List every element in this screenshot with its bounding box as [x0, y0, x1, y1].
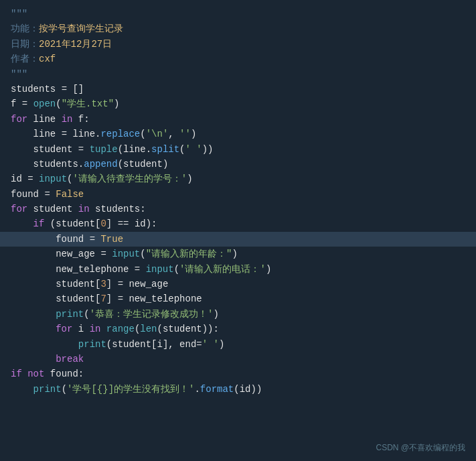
- code-text: ): [146, 216, 151, 231]
- code-line-19: student[3] = new_age: [11, 277, 465, 291]
- code-text: input: [112, 247, 140, 261]
- code-text: line: [11, 127, 62, 141]
- code-text: found: [11, 187, 44, 202]
- code-text: =: [135, 262, 146, 277]
- code-text: =: [118, 291, 129, 306]
- code-text: in: [90, 322, 106, 336]
- code-text: "学生.txt": [62, 96, 114, 111]
- code-editor: """ 功能：按学号查询学生记录 日期：2021年12月27日 作者：cxf "…: [0, 0, 476, 461]
- code-text: line: [33, 112, 62, 127]
- code-line-13: found = False: [11, 187, 465, 202]
- code-text: [11, 352, 56, 367]
- code-text: =: [118, 277, 129, 291]
- code-line-3: 日期：2021年12月27日: [11, 37, 465, 52]
- code-text: ,: [168, 127, 179, 141]
- code-text: :: [84, 112, 89, 127]
- code-text: '学号[{}]的学生没有找到！': [67, 382, 194, 397]
- code-text: 3: [100, 277, 106, 291]
- code-text: '\n': [146, 127, 169, 141]
- code-line-6: students = []: [11, 82, 465, 96]
- code-text: ]: [106, 291, 118, 306]
- code-line-4: 作者：cxf: [11, 52, 465, 66]
- code-text: for: [56, 322, 78, 336]
- code-text: =: [62, 82, 73, 96]
- code-line-2: 功能：按学号查询学生记录: [11, 21, 465, 36]
- code-text: (: [140, 247, 145, 261]
- code-text: (: [174, 262, 179, 277]
- code-text: print: [33, 382, 62, 397]
- code-text: tuple: [90, 142, 118, 157]
- code-text: 日期：: [11, 37, 39, 52]
- code-text: student: [11, 277, 95, 291]
- code-text: students: [11, 82, 62, 96]
- code-text: line: [123, 142, 146, 157]
- code-text: print: [78, 337, 106, 352]
- code-text: []: [72, 82, 84, 96]
- code-text: i: [157, 337, 162, 352]
- code-line-18: new_telephone = input('请输入新的电话：'): [11, 262, 465, 277]
- code-text: [: [95, 277, 100, 291]
- code-text: ]: [163, 337, 168, 352]
- code-text: ' ': [202, 337, 219, 352]
- code-text: [: [95, 291, 100, 306]
- code-text: cxf: [39, 52, 56, 66]
- code-text: "请输入新的年龄：": [146, 247, 232, 261]
- code-text: [11, 216, 33, 231]
- code-text: =: [100, 247, 112, 261]
- code-line-22: for i in range(len(student)):: [11, 322, 465, 336]
- code-text: )): [251, 382, 262, 397]
- code-text: id: [240, 382, 251, 397]
- code-text: :: [78, 367, 84, 381]
- code-text: split: [151, 142, 179, 157]
- code-text: new_age: [129, 277, 168, 291]
- code-text: ==: [118, 216, 135, 231]
- code-text: =: [196, 337, 202, 352]
- code-text: .: [146, 142, 151, 157]
- code-text: f: [11, 96, 22, 111]
- code-text: format: [200, 382, 234, 397]
- code-text: .: [95, 127, 100, 141]
- code-text: for: [11, 202, 33, 216]
- code-text: ' ': [185, 142, 202, 157]
- code-text: if: [11, 367, 27, 381]
- code-text: (: [234, 382, 239, 397]
- code-text: """: [11, 7, 27, 21]
- code-text: ): [232, 247, 237, 261]
- code-text: .: [194, 382, 200, 397]
- code-text: 7: [100, 291, 106, 306]
- code-text: id: [135, 216, 146, 231]
- code-text: [11, 382, 33, 397]
- code-text: if: [33, 216, 50, 231]
- code-line-26: print('学号[{}]的学生没有找到！'.format(id)): [11, 382, 465, 397]
- code-text: print: [56, 307, 84, 322]
- code-text: True: [100, 232, 123, 247]
- code-text: student: [33, 202, 78, 216]
- code-text: (: [50, 216, 56, 231]
- code-text: 作者：: [11, 52, 39, 66]
- code-text: [11, 307, 56, 322]
- code-line-12: id = input('请输入待查学生的学号：'): [11, 172, 465, 186]
- code-text: break: [56, 352, 84, 367]
- code-text: :: [214, 322, 219, 336]
- code-text: students: [11, 157, 78, 172]
- code-text: ]: [106, 216, 118, 231]
- code-line-15: if (student[0] == id):: [11, 216, 465, 231]
- code-text: (: [67, 172, 72, 186]
- code-text: student: [56, 216, 95, 231]
- code-line-11: students.append(student): [11, 157, 465, 172]
- code-text: [11, 322, 56, 336]
- code-text: False: [56, 187, 84, 202]
- code-line-24: break: [11, 352, 465, 367]
- code-line-9: line = line.replace('\n', ''): [11, 127, 465, 141]
- code-text: =: [44, 187, 56, 202]
- code-text: replace: [100, 127, 140, 141]
- code-text: 0: [100, 216, 106, 231]
- code-text: =: [78, 142, 90, 157]
- code-text: =: [90, 232, 101, 247]
- code-text: (: [118, 142, 123, 157]
- code-text: ]: [106, 277, 118, 291]
- code-text: '恭喜：学生记录修改成功！': [90, 307, 214, 322]
- code-text: =: [62, 127, 73, 141]
- code-text: 按学号查询学生记录: [39, 21, 123, 36]
- code-text: [: [95, 216, 100, 231]
